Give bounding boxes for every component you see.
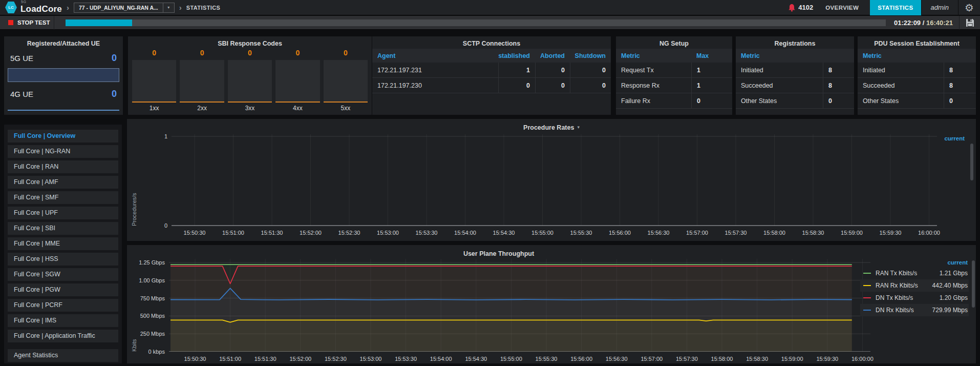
column-header[interactable]: Aborted — [535, 49, 570, 63]
row-label: Other States — [736, 97, 823, 105]
ue-row-5g: 5G UE 0 — [10, 53, 117, 64]
chart-title[interactable]: Procedure Rates — [523, 124, 574, 131]
panel-user-plane-throughput: User Plane Throughput Kbits 1.25 Gbps1.0… — [127, 245, 976, 363]
chevron-down-icon: ▾ — [577, 125, 580, 130]
chart-title-wrap: User Plane Throughput — [127, 249, 870, 258]
panel-title: SCTP Connections — [372, 40, 611, 47]
ng-setup-table: MetricMaxRequest Tx1Response Rx1Failure … — [616, 49, 732, 109]
row-value: 0 — [498, 78, 535, 93]
y-tick-label: 0 — [131, 222, 167, 229]
y-tick-label: 500 Mbps — [128, 313, 165, 319]
table-header-row: Metric — [736, 49, 854, 63]
legend-series-name: DN Tx Kbits/s — [876, 294, 940, 301]
x-tick-label: 15:57:30 — [725, 230, 747, 236]
y-tick-label: 1.00 Gbps — [128, 277, 165, 283]
sidebar-item-full-core-amf[interactable]: Full Core | AMF — [8, 176, 118, 189]
save-button[interactable] — [960, 18, 980, 27]
column-header[interactable]: Shutdown — [570, 49, 611, 63]
sidebar-view-list: Full Core | OverviewFull Core | NG-RANFu… — [8, 130, 118, 342]
column-header[interactable]: Agent — [372, 52, 498, 59]
panel-registered-attached-ue: Registered/Attached UE 5G UE 0 4G UE 0 — [4, 36, 123, 115]
user-menu[interactable]: admin — [922, 4, 958, 11]
legend-series-name: RAN Tx Kbits/s — [876, 270, 940, 277]
sidebar-item-full-core-smf[interactable]: Full Core | SMF — [8, 191, 118, 204]
legend-row-ran-tx-kbits-s[interactable]: RAN Tx Kbits/s1.21 Gbps — [860, 267, 969, 279]
sidebar-item-full-core-pcrf[interactable]: Full Core | PCRF — [8, 299, 118, 312]
save-floppy-icon — [966, 18, 974, 27]
x-tick-label: 15:55:30 — [536, 356, 558, 362]
panel-registrations: Registrations MetricInitiated8Succeeded8… — [736, 36, 854, 115]
x-tick-label: 15:55:00 — [531, 230, 553, 236]
sbi-value: 0 — [152, 49, 156, 60]
x-tick-label: 15:57:00 — [641, 356, 663, 362]
loadcore-logo[interactable]: LC 5G LoadCore — [5, 0, 62, 15]
x-tick-label: 15:51:30 — [254, 356, 276, 362]
sidebar-item-full-core-ng-ran[interactable]: Full Core | NG-RAN — [8, 145, 118, 158]
sbi-label: 2xx — [197, 105, 207, 112]
alarm-indicator[interactable]: 4102 — [788, 4, 813, 12]
sidebar-item-full-core-pgw[interactable]: Full Core | PGW — [8, 283, 118, 296]
tab-overview[interactable]: OVERVIEW — [825, 5, 859, 11]
table-row: Succeeded8 — [858, 78, 976, 93]
legend-scrollbar[interactable] — [972, 260, 975, 308]
top-bar: LC 5G LoadCore › 77 - UDP_ALIYUN_NG-RAN … — [0, 0, 980, 15]
legend-series-value: 442.40 Mbps — [932, 282, 968, 289]
x-tick-label: 15:55:30 — [570, 230, 592, 236]
sbi-items: 01xx02xx03xx04xx05xx — [132, 49, 368, 112]
ue-value-5g: 0 — [112, 53, 117, 64]
sidebar-views: Full Core | OverviewFull Core | NG-RANFu… — [4, 125, 122, 363]
divider — [54, 16, 54, 30]
column-header[interactable]: Metric — [858, 52, 944, 59]
sidebar-item-agent-statistics[interactable]: Agent Statistics — [8, 349, 118, 362]
pdu-session-table: MetricInitiated8Succeeded8Other States0 — [858, 49, 976, 109]
sidebar-item-full-core-ims[interactable]: Full Core | IMS — [8, 314, 118, 327]
legend-scrollbar[interactable] — [970, 144, 973, 180]
stop-test-button[interactable]: STOP TEST — [0, 19, 54, 26]
row-value: 1 — [691, 78, 732, 93]
table-row: Other States0 — [736, 93, 854, 109]
panel-title: Registrations — [736, 40, 854, 47]
table-row: Failure Rx0 — [616, 93, 732, 109]
sidebar-item-full-core-sgw[interactable]: Full Core | SGW — [8, 268, 118, 281]
legend-row-dn-rx-kbits-s[interactable]: DN Rx Kbits/s729.99 Mbps — [860, 304, 969, 316]
sbi-label: 1xx — [150, 105, 159, 112]
row-label: Initiated — [736, 67, 823, 74]
sidebar-item-full-core-application-traffic[interactable]: Full Core | Application Traffic — [8, 330, 118, 342]
legend-row-ran-rx-kbits-s[interactable]: RAN Rx Kbits/s442.40 Mbps — [860, 279, 969, 292]
legend-row-dn-tx-kbits-s[interactable]: DN Tx Kbits/s1.20 Gbps — [860, 292, 969, 304]
sidebar-item-full-core-sbi[interactable]: Full Core | SBI — [8, 222, 118, 235]
breadcrumb-chevron-icon: › — [67, 3, 69, 12]
table-row: Succeeded8 — [736, 78, 854, 93]
sctp-table: AgentEstablishedAbortedShutdown172.21.19… — [372, 49, 611, 93]
x-tick-label: 15:52:30 — [338, 230, 360, 236]
column-header[interactable] — [944, 49, 976, 63]
panel-pdu-session: PDU Session Establishment MetricInitiate… — [858, 36, 976, 115]
column-header[interactable] — [823, 49, 854, 63]
session-dropdown[interactable]: 77 - UDP_ALIYUN_NG-RAN A... ▾ — [74, 3, 175, 13]
sidebar-item-full-core-overview[interactable]: Full Core | Overview — [8, 130, 118, 143]
sbi-cell-2xx: 02xx — [180, 49, 224, 112]
legend-series-color — [863, 285, 871, 286]
stop-square-icon — [8, 20, 13, 25]
x-tick-label: 15:58:30 — [802, 230, 824, 236]
row-label: Succeeded — [858, 82, 944, 89]
session-dropdown-caret-button[interactable]: ▾ — [163, 3, 174, 12]
chart-title[interactable]: User Plane Throughput — [463, 250, 534, 257]
tab-statistics[interactable]: STATISTICS — [870, 0, 921, 15]
sidebar-item-full-core-hss[interactable]: Full Core | HSS — [8, 253, 118, 266]
column-header[interactable]: Metric — [616, 52, 691, 59]
ue-label-5g: 5G UE — [10, 54, 33, 63]
column-header[interactable]: Metric — [736, 52, 823, 59]
settings-gear-button[interactable]: ⚙ — [958, 0, 980, 15]
chevron-down-icon: ▾ — [167, 5, 169, 10]
sidebar-item-full-core-mme[interactable]: Full Core | MME — [8, 237, 118, 250]
sidebar-item-full-core-ran[interactable]: Full Core | RAN — [8, 160, 118, 173]
table-header-row: MetricMax — [616, 49, 732, 63]
sbi-cell-4xx: 04xx — [275, 49, 319, 112]
sidebar-item-full-core-upf[interactable]: Full Core | UPF — [8, 207, 118, 219]
column-header[interactable]: Established — [498, 49, 535, 63]
column-header[interactable]: Max — [691, 49, 732, 63]
x-tick-label: 15:59:00 — [781, 356, 803, 362]
x-tick-label: 15:52:00 — [289, 356, 311, 362]
row-value: 8 — [823, 63, 854, 77]
